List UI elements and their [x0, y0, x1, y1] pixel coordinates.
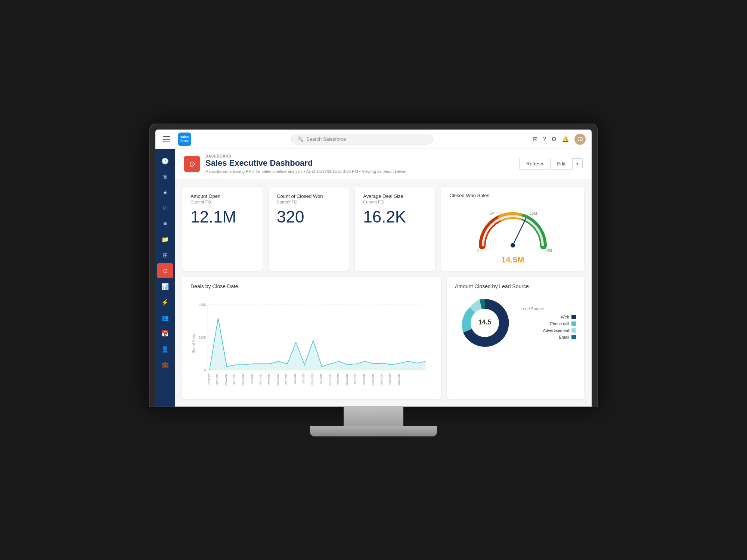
search-bar: 🔍 Search Salesforce [191, 134, 533, 144]
svg-text:200K: 200K [199, 336, 206, 339]
chart-title: Deals by Close Date [190, 283, 433, 289]
sidebar-item-folder[interactable]: 📁 [157, 232, 173, 247]
svg-text:5M: 5M [489, 211, 495, 215]
legend-item-phone: Phone call [521, 321, 576, 326]
kpi-title-3: Average Deal Size [363, 193, 427, 199]
kpi-cards: Amount Open Current FQ 12.1M Count of Cl… [182, 187, 435, 271]
svg-text:29/03/2013: 29/03/2013 [242, 373, 244, 386]
top-row: Amount Open Current FQ 12.1M Count of Cl… [182, 187, 584, 271]
kpi-card-amount-open: Amount Open Current FQ 12.1M [182, 187, 263, 271]
svg-point-1 [511, 243, 515, 248]
apps-icon[interactable]: ⊞ [533, 136, 537, 143]
legend-dot-web [571, 315, 576, 319]
sidebar-item-list[interactable]: ≡ [157, 216, 173, 231]
gauge-value: 14.5M [501, 255, 524, 265]
page-title: Sales Executive Dashboard [205, 158, 407, 168]
donut-card: Amount Closed by Lead Source [447, 277, 584, 399]
subtitle-text: A dashboard showing KPIs for sales pipel… [205, 169, 303, 174]
help-icon[interactable]: ? [543, 136, 546, 143]
legend-dot-email [571, 335, 576, 339]
bell-icon[interactable]: 🔔 [562, 136, 569, 143]
hamburger-button[interactable] [161, 133, 173, 145]
svg-text:23/10/2015: 23/10/2015 [380, 373, 383, 386]
dashboard-header: ⊙ DASHBOARD Sales Executive Dashboard A … [175, 149, 592, 179]
sidebar-item-pulse[interactable]: ⚡ [157, 295, 173, 309]
svg-text:24/02/2013: 24/02/2013 [224, 373, 227, 386]
nav-actions: ⊞ ? ⚙ 🔔 JD [533, 134, 586, 145]
svg-text:17/04/2013: 17/04/2013 [259, 373, 262, 386]
svg-text:20/07/2015: 20/07/2015 [328, 373, 331, 386]
dashboard-breadcrumb: DASHBOARD [205, 154, 407, 158]
svg-text:20/08/2015: 20/08/2015 [337, 373, 340, 386]
dashboard-subtitle: A dashboard showing KPIs for sales pipel… [205, 169, 407, 174]
sidebar-item-grid[interactable]: ⊞ [157, 248, 173, 262]
kpi-value-2: 320 [277, 208, 341, 226]
settings-icon[interactable]: ⚙ [551, 136, 557, 143]
avatar[interactable]: JD [574, 134, 586, 145]
svg-text:Sum of Amount: Sum of Amount [192, 332, 195, 353]
sidebar-item-users[interactable]: 👤 [157, 342, 173, 357]
svg-text:15/05/2013: 15/05/2013 [268, 373, 270, 386]
dashboard-icon: ⊙ [184, 156, 200, 172]
search-placeholder: Search Salesforce [306, 136, 346, 142]
meta-text: • As of 11/12/2015 at 3:30 PM • Viewing … [304, 169, 407, 174]
sidebar-item-chart[interactable]: 📊 [157, 279, 173, 294]
kpi-title-2: Count of Closed Won [277, 193, 341, 199]
svg-text:0: 0 [477, 249, 479, 253]
dropdown-button[interactable]: ▾ [573, 158, 583, 169]
legend-label-web: Web [561, 315, 569, 319]
kpi-subtitle-1: Current FQ [190, 200, 254, 204]
svg-text:20/09/2015: 20/09/2015 [372, 373, 374, 386]
salesforce-logo: salesforce [178, 133, 191, 146]
line-chart-card: Deals by Close Date Sum of Amount [182, 277, 441, 399]
donut-svg: 14.5 [455, 293, 515, 353]
sidebar-item-calendar[interactable]: 📅 [157, 326, 173, 341]
sidebar-item-dashboard[interactable]: ⊙ [157, 263, 173, 278]
svg-text:3/06/2015: 3/06/2015 [294, 373, 296, 384]
dashboard-header-left: ⊙ DASHBOARD Sales Executive Dashboard A … [184, 154, 407, 173]
svg-text:0: 0 [204, 368, 206, 372]
legend-dot-phone [571, 321, 576, 326]
legend-title: Lead Source [521, 307, 576, 311]
svg-text:20M: 20M [545, 249, 552, 253]
donut-content: 14.5 Lead Source Web [455, 293, 576, 353]
top-navigation: salesforce 🔍 Search Salesforce ⊞ ? ⚙ 🔔 J… [155, 130, 592, 149]
refresh-button[interactable]: Refresh [519, 158, 551, 169]
kpi-subtitle-2: Current FQ [277, 200, 341, 204]
kpi-card-closed-won: Count of Closed Won Current FQ 320 [269, 187, 349, 271]
edit-button[interactable]: Edit [551, 158, 573, 169]
dashboard-body: Amount Open Current FQ 12.1M Count of Cl… [175, 179, 592, 407]
svg-text:25/08/2015: 25/08/2015 [345, 373, 348, 386]
sidebar-item-star[interactable]: ★ [157, 185, 173, 200]
kpi-card-avg-deal: Average Deal Size Current FQ 16.2K [355, 187, 435, 271]
logo-text: salesforce [180, 136, 189, 143]
legend-item-ad: Advertisement [521, 328, 576, 333]
sidebar-item-clock[interactable]: 🕐 [157, 153, 173, 168]
gauge-card: Closed Won Sales [441, 187, 584, 271]
sidebar-item-crown[interactable]: ♛ [157, 169, 173, 184]
svg-text:Close Date: Close Date [207, 373, 210, 385]
svg-text:8/09/2015: 8/09/2015 [354, 373, 357, 384]
sidebar-item-checkbox[interactable]: ☑ [157, 200, 173, 215]
svg-text:10/01/2015: 10/01/2015 [285, 373, 288, 386]
svg-text:8/04/2013: 8/04/2013 [251, 373, 253, 384]
search-input-wrap[interactable]: 🔍 Search Salesforce [291, 134, 433, 144]
gauge-title: Closed Won Sales [449, 193, 489, 198]
svg-text:14/02/2013: 14/02/2013 [216, 373, 218, 386]
svg-text:17/09/2015: 17/09/2015 [363, 373, 365, 386]
sidebar-item-briefcase[interactable]: 💼 [157, 357, 173, 372]
gauge-svg: 0 5M 15M 20M [472, 201, 554, 253]
svg-text:11/11/2015: 11/11/2015 [397, 373, 400, 386]
legend-item-email: Email [521, 335, 576, 339]
sidebar-item-people[interactable]: 👥 [157, 310, 173, 325]
donut-legend: Lead Source Web Phone call [521, 307, 576, 339]
legend-label-ad: Advertisement [543, 328, 569, 333]
svg-text:400K: 400K [199, 303, 206, 307]
legend-label-email: Email [559, 335, 569, 339]
gauge-container: 0 5M 15M 20M 14.5M [449, 201, 576, 265]
legend-item-web: Web [521, 315, 576, 319]
svg-text:14.5: 14.5 [478, 318, 491, 326]
kpi-value-3: 16.2K [363, 208, 427, 226]
svg-text:25/05/2013: 25/05/2013 [276, 373, 279, 386]
bottom-row: Deals by Close Date Sum of Amount [182, 277, 584, 399]
